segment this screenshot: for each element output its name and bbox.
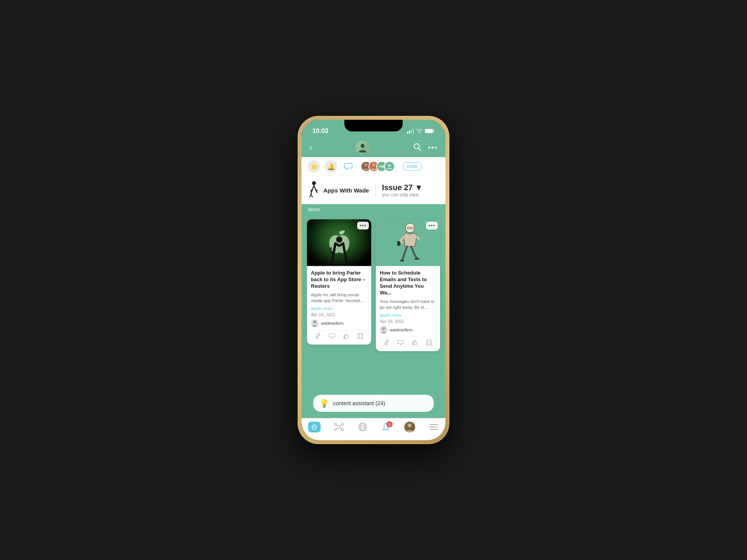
card-2-date: Apr 19, 2021 [380, 319, 436, 324]
invite-button[interactable]: invite [403, 162, 422, 171]
svg-rect-5 [434, 130, 435, 132]
svg-rect-3 [413, 129, 414, 133]
svg-line-33 [336, 425, 338, 426]
cards-container: ••• Apple to bring Parler back to its Ap… [302, 215, 445, 392]
nav-avatar [356, 141, 370, 155]
card-2-comment-icon[interactable] [398, 340, 404, 347]
network-icon [334, 422, 344, 432]
nav-globe[interactable] [358, 422, 368, 432]
nav-bar: ‹ ••• [302, 138, 445, 157]
phone-frame: 10:03 [298, 116, 449, 444]
svg-rect-13 [330, 247, 332, 252]
wifi-icon [416, 129, 423, 133]
card-1-actions [311, 330, 367, 342]
svg-rect-1 [409, 131, 410, 133]
signal-icon [407, 129, 414, 133]
svg-point-10 [372, 163, 375, 166]
toolbar: ⭐ 🔔 [302, 157, 445, 176]
nav-bell[interactable]: 1 [381, 422, 391, 432]
home-icon [308, 422, 321, 432]
svg-point-29 [335, 424, 337, 425]
nav-home[interactable] [308, 422, 321, 432]
card-1-comment-icon[interactable] [329, 333, 335, 341]
search-icon[interactable] [413, 143, 422, 153]
svg-line-35 [336, 428, 338, 429]
content-header: Apps With Wade Issue 27 ▼ you can only v… [302, 176, 445, 204]
star-button[interactable]: ⭐ [308, 160, 320, 173]
svg-rect-22 [397, 241, 400, 246]
brand-name: Apps With Wade [323, 187, 369, 194]
issue-label: Issue 27 [382, 183, 413, 192]
card-1-author-name: wadesellers [321, 321, 344, 326]
svg-point-31 [335, 429, 337, 431]
card-1[interactable]: ••• Apple to bring Parler back to its Ap… [307, 219, 371, 345]
card-2[interactable]: ••• How to Schedule Emails and Texts to … [376, 219, 440, 351]
back-button[interactable]: ‹ [309, 143, 312, 153]
svg-rect-2 [411, 130, 412, 133]
walking-person-illustration [389, 219, 428, 266]
phone-inner: 10:03 [302, 120, 445, 440]
member-avatars: AM 66 total [361, 161, 395, 172]
issue-sublabel: you can only view [382, 192, 423, 198]
svg-point-11 [312, 181, 316, 185]
card-2-save-icon[interactable] [426, 340, 432, 347]
svg-rect-24 [427, 340, 431, 345]
card-2-author-name: wadesellers [390, 327, 412, 332]
content-assistant-bar[interactable]: 💡 content assistant (24) [313, 395, 434, 412]
bell-toolbar-button[interactable]: 🔔 [325, 160, 337, 173]
card-2-image: ••• [376, 219, 440, 266]
svg-rect-27 [313, 427, 316, 430]
card-2-title: How to Schedule Emails and Texts to Send… [380, 270, 436, 296]
card-1-save-icon[interactable] [357, 333, 363, 341]
person-silhouette-card [330, 235, 349, 266]
assistant-container: 💡 content assistant (24) [302, 392, 445, 418]
items-section-label: items [302, 204, 445, 215]
svg-point-7 [361, 144, 365, 148]
card-2-author-avatar [380, 326, 388, 334]
card-2-actions [380, 337, 436, 349]
svg-point-30 [342, 424, 344, 425]
assistant-text: content assistant (24) [333, 400, 385, 406]
svg-line-34 [340, 425, 342, 426]
chat-button[interactable] [342, 160, 354, 173]
nav-profile[interactable] [404, 422, 415, 432]
svg-rect-0 [407, 132, 408, 133]
svg-rect-6 [425, 130, 433, 133]
card-1-menu-button[interactable]: ••• [357, 222, 369, 229]
nav-menu[interactable] [429, 422, 439, 432]
card-1-image: ••• [307, 219, 371, 266]
card-1-link-icon[interactable] [315, 333, 321, 341]
battery-icon [425, 129, 435, 133]
issue-dropdown-button[interactable]: ▼ [415, 183, 423, 192]
svg-point-40 [408, 424, 412, 427]
card-1-like-icon[interactable] [343, 333, 349, 341]
svg-line-36 [340, 428, 342, 429]
card-2-source: apple.news [380, 313, 436, 317]
card-2-like-icon[interactable] [412, 340, 418, 347]
nav-right: ••• [413, 143, 438, 153]
card-1-title: Apple to bring Parler back to its App St… [311, 270, 367, 290]
svg-point-9 [365, 163, 368, 166]
card-1-date: Apr 19, 2021 [311, 312, 367, 317]
card-1-author-avatar [311, 319, 319, 327]
more-options-icon[interactable]: ••• [428, 144, 438, 152]
card-2-author: wadesellers [380, 326, 436, 334]
card-2-description: Your messages don't have to go out right… [380, 299, 436, 311]
svg-point-12 [336, 236, 342, 243]
svg-rect-15 [358, 333, 363, 339]
card-1-description: Apple Inc will bring social media app Pa… [311, 292, 367, 304]
svg-point-14 [313, 320, 316, 324]
svg-point-23 [382, 327, 385, 330]
card-1-author: wadesellers [311, 319, 367, 327]
nav-network[interactable] [334, 422, 344, 432]
member-count-badge: 66 total [384, 161, 395, 172]
card-2-menu-button[interactable]: ••• [426, 222, 438, 229]
notch [344, 120, 403, 131]
card-1-body: Apple to bring Parler back to its App St… [307, 266, 371, 345]
brand-figure [308, 181, 320, 200]
globe-icon [358, 422, 368, 432]
card-2-link-icon[interactable] [384, 340, 390, 347]
bell-badge: 1 [386, 421, 393, 427]
header-divider [375, 183, 376, 197]
issue-info: Issue 27 ▼ you can only view [382, 183, 423, 198]
